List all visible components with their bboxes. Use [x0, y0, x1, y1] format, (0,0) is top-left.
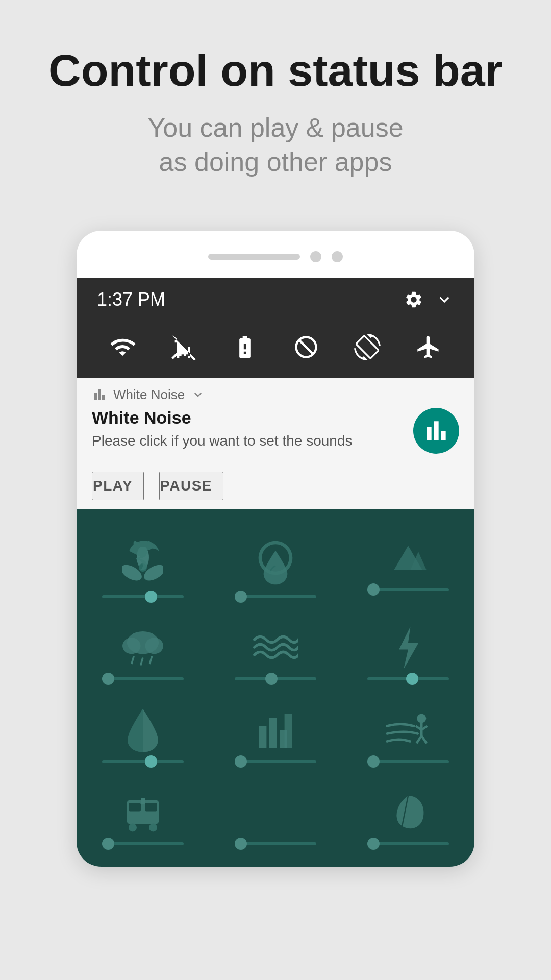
app-bars-icon — [422, 416, 450, 445]
svg-line-10 — [141, 658, 143, 666]
notif-text-block: White Noise Please click if you want to … — [92, 408, 403, 450]
play-button[interactable]: PLAY — [92, 472, 144, 500]
notification-actions: PLAY PAUSE — [77, 464, 474, 509]
sound-cell-lightning[interactable] — [342, 609, 474, 692]
wind-slider-thumb[interactable] — [367, 755, 380, 768]
notif-app-thumbnail[interactable] — [413, 408, 459, 454]
fan-icon — [120, 535, 166, 581]
notif-app-small-icon — [92, 387, 107, 402]
rain-icon — [120, 624, 166, 670]
pause-button[interactable]: PAUSE — [159, 472, 223, 500]
bars-icon — [253, 707, 298, 753]
svg-line-11 — [149, 656, 152, 664]
rotation-icon[interactable] — [352, 332, 383, 362]
sound-cell-wind[interactable] — [342, 692, 474, 774]
svg-rect-25 — [145, 803, 157, 812]
svg-line-9 — [132, 656, 134, 664]
main-title: Control on status bar — [31, 46, 520, 95]
water-slider-thumb[interactable] — [235, 591, 247, 603]
bus-slider-thumb[interactable] — [102, 838, 114, 850]
status-time: 1:37 PM — [97, 289, 165, 310]
bars-slider[interactable] — [235, 760, 316, 763]
notification-shade: 1:37 PM — [77, 278, 474, 378]
svg-point-27 — [149, 824, 157, 832]
mountain-icon — [385, 535, 431, 581]
header-section: Control on status bar You can play & pau… — [0, 0, 551, 210]
svg-rect-13 — [259, 726, 266, 748]
moon-slider-thumb[interactable] — [235, 838, 247, 850]
leaf-slider-thumb[interactable] — [367, 838, 380, 850]
svg-line-21 — [417, 736, 422, 743]
sound-cell-leaf[interactable] — [342, 774, 474, 856]
mountain-slider-thumb[interactable] — [367, 583, 380, 596]
svg-rect-24 — [129, 803, 141, 812]
lightning-icon — [385, 624, 431, 670]
notif-description: Please click if you want to set the soun… — [92, 432, 403, 450]
rain-slider[interactable] — [102, 677, 184, 680]
moon-slider[interactable] — [235, 842, 316, 845]
speaker-bar — [208, 254, 300, 260]
subtitle-line1: You can play & pause — [147, 113, 403, 142]
droplet-slider[interactable] — [102, 760, 184, 763]
phone-mockup: 1:37 PM — [77, 231, 474, 867]
status-icons — [404, 290, 454, 309]
fan-slider-thumb[interactable] — [145, 591, 157, 603]
sound-cell-water[interactable] — [209, 520, 342, 609]
lightning-slider-thumb[interactable] — [406, 673, 418, 685]
waves-slider-thumb[interactable] — [265, 673, 278, 685]
gear-icon[interactable] — [404, 290, 423, 309]
svg-point-7 — [122, 638, 141, 654]
camera-dot-1 — [310, 251, 321, 262]
mountain-slider[interactable] — [367, 588, 449, 591]
svg-point-17 — [417, 714, 426, 723]
notification-body: White Noise Please click if you want to … — [77, 408, 474, 464]
sound-cell-bus[interactable] — [77, 774, 209, 856]
sound-cell-bars[interactable] — [209, 692, 342, 774]
waves-slider[interactable] — [235, 677, 316, 680]
status-bar: 1:37 PM — [77, 278, 474, 322]
bus-slider[interactable] — [102, 842, 184, 845]
signal-icon[interactable] — [168, 332, 199, 362]
svg-rect-16 — [285, 714, 292, 748]
waves-icon — [253, 624, 298, 670]
svg-rect-14 — [269, 718, 277, 748]
notification-header: White Noise — [77, 378, 474, 408]
bus-icon — [120, 789, 166, 835]
lightning-slider[interactable] — [367, 677, 449, 680]
notif-app-name: White Noise — [113, 387, 185, 403]
dnd-icon[interactable] — [291, 332, 321, 362]
camera-dot-2 — [332, 251, 343, 262]
sound-cell-moon[interactable] — [209, 774, 342, 856]
notif-expand-icon[interactable] — [191, 387, 205, 402]
battery-charging-icon[interactable] — [230, 332, 260, 362]
water-icon — [253, 535, 298, 581]
svg-rect-28 — [141, 798, 145, 804]
leaf-slider[interactable] — [367, 842, 449, 845]
sound-cell-waves[interactable] — [209, 609, 342, 692]
subtitle: You can play & pause as doing other apps — [31, 111, 520, 180]
wind-slider[interactable] — [367, 760, 449, 763]
notification-card[interactable]: White Noise White Noise Please click if … — [77, 378, 474, 509]
sound-cell-fan[interactable] — [77, 520, 209, 609]
rain-slider-thumb[interactable] — [102, 673, 114, 685]
airplane-mode-icon[interactable] — [413, 332, 444, 362]
bars-slider-thumb[interactable] — [235, 755, 247, 768]
fan-slider[interactable] — [102, 595, 184, 598]
wind-icon — [385, 707, 431, 753]
leaf-icon — [385, 789, 431, 835]
moon-icon — [253, 789, 298, 835]
subtitle-line2: as doing other apps — [159, 147, 392, 177]
svg-point-8 — [145, 638, 163, 654]
quick-settings-row — [77, 322, 474, 378]
sound-cell-mountain[interactable] — [342, 520, 474, 609]
droplet-slider-thumb[interactable] — [145, 755, 157, 768]
droplet-icon — [120, 707, 166, 753]
phone-top-bar — [77, 251, 474, 278]
chevron-down-icon[interactable] — [435, 290, 454, 309]
svg-line-22 — [421, 736, 427, 743]
svg-point-26 — [129, 824, 137, 832]
sound-cell-droplet[interactable] — [77, 692, 209, 774]
water-slider[interactable] — [235, 595, 316, 598]
wifi-icon[interactable] — [107, 332, 138, 362]
sound-cell-rain[interactable] — [77, 609, 209, 692]
